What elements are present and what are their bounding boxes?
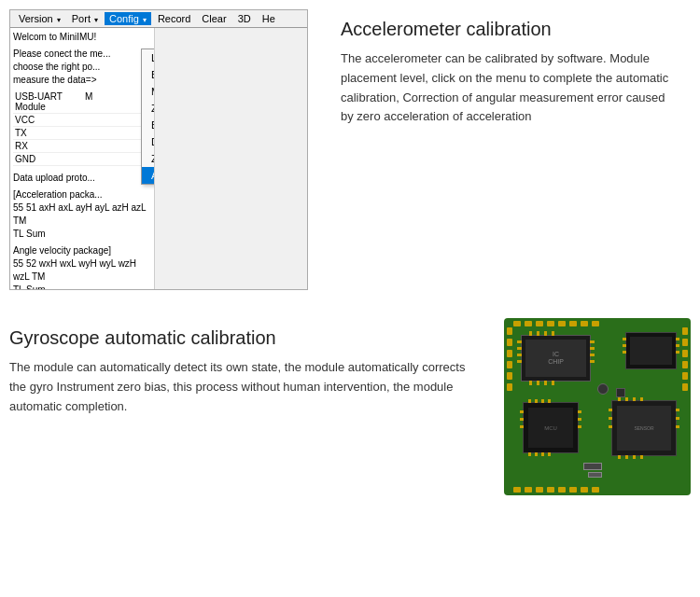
pad	[536, 487, 543, 493]
pad	[525, 487, 532, 493]
config-dropdown: Language▶ Baundrate▶ Mode Set▶ Zero Dete…	[141, 49, 155, 185]
resistor-1	[583, 463, 602, 470]
pad	[507, 339, 512, 346]
pcb-pads-top	[504, 321, 691, 326]
pcb-pads-bottom	[504, 487, 691, 493]
pcb-image-container: ICCHIP	[504, 318, 691, 495]
small-chip-3: SENSOR	[611, 400, 677, 456]
dropdown-acc-calibrate[interactable]: Acc Calibrate	[142, 167, 155, 184]
pcb-pads-left	[507, 318, 512, 495]
component-small	[616, 388, 625, 397]
resistor-2	[588, 472, 602, 478]
accelerometer-description: The accelerometer can be calibrated by s…	[341, 49, 677, 127]
pad	[558, 487, 566, 493]
pad	[507, 327, 512, 335]
config-arrow-icon: ▾	[143, 16, 147, 24]
pad	[581, 487, 588, 493]
dropdown-zero-detect[interactable]: Zero Detect Threshold▶	[142, 100, 155, 117]
dropdown-bandwidth[interactable]: Bandwidth▶	[142, 117, 155, 133]
pad	[507, 372, 512, 380]
dropdown-z-angle-zero[interactable]: Z angle zero	[142, 150, 155, 167]
small-chip-1	[625, 332, 677, 369]
dropdown-language[interactable]: Language▶	[142, 49, 155, 66]
pad	[513, 487, 521, 493]
menu-3d[interactable]: 3D	[233, 12, 256, 25]
port-arrow-icon: ▾	[94, 16, 98, 24]
connection-table: USB-UART Module M VCC TX RX	[13, 90, 151, 166]
menu-clear[interactable]: Clear	[197, 12, 231, 25]
pad	[581, 321, 588, 326]
pad	[682, 372, 688, 380]
accelerometer-title: Accelerometer calibration	[341, 19, 677, 40]
dropdown-mode-set[interactable]: Mode Set▶	[142, 83, 155, 100]
pad	[682, 350, 688, 357]
menu-version[interactable]: Version ▾	[14, 12, 65, 25]
pad	[525, 321, 532, 326]
data-protocol-text: Data upload proto... [Acceleration packa…	[13, 172, 151, 289]
pad	[513, 321, 521, 326]
menu-port[interactable]: Port ▾	[67, 12, 103, 25]
pad	[682, 327, 688, 335]
pad	[569, 321, 577, 326]
pad	[547, 321, 554, 326]
pad	[682, 383, 688, 391]
accelerometer-info: Accelerometer calibration The accelerome…	[327, 9, 691, 290]
gyroscope-description: The module can automatically detect its …	[9, 358, 485, 416]
pad	[536, 321, 543, 326]
left-panel: Welcom to MiniIMU! Please conect the me.…	[10, 28, 155, 289]
menu-record[interactable]: Record	[153, 12, 195, 25]
component-round	[597, 383, 609, 395]
dropdown-direction[interactable]: Direction▶	[142, 133, 155, 150]
software-panel: Version ▾ Port ▾ Config ▾ Record Clear	[9, 9, 308, 290]
welcome-text: Welcom to MiniIMU! Please conect the me.…	[13, 31, 151, 87]
pad	[682, 339, 688, 346]
version-arrow-icon: ▾	[57, 16, 61, 24]
pad	[507, 350, 512, 357]
dropdown-baundrate[interactable]: Baundrate▶	[142, 66, 155, 83]
pad	[682, 361, 688, 368]
pad	[507, 383, 512, 391]
pad	[569, 487, 577, 493]
gyroscope-info: Gyroscope automatic calibration The modu…	[9, 318, 485, 495]
menu-config[interactable]: Config ▾	[105, 12, 151, 25]
gyroscope-title: Gyroscope automatic calibration	[9, 327, 485, 349]
pad	[507, 361, 512, 368]
pad	[592, 321, 599, 326]
small-chip-2: MCU	[523, 402, 579, 453]
menu-bar: Version ▾ Port ▾ Config ▾ Record Clear	[10, 10, 307, 28]
main-ic-chip: ICCHIP	[521, 335, 591, 382]
pad	[558, 321, 566, 326]
pcb-pads-right	[682, 318, 688, 495]
pad	[592, 487, 599, 493]
pad	[547, 487, 554, 493]
menu-he[interactable]: He	[258, 12, 280, 25]
pcb-image: ICCHIP	[504, 318, 691, 495]
